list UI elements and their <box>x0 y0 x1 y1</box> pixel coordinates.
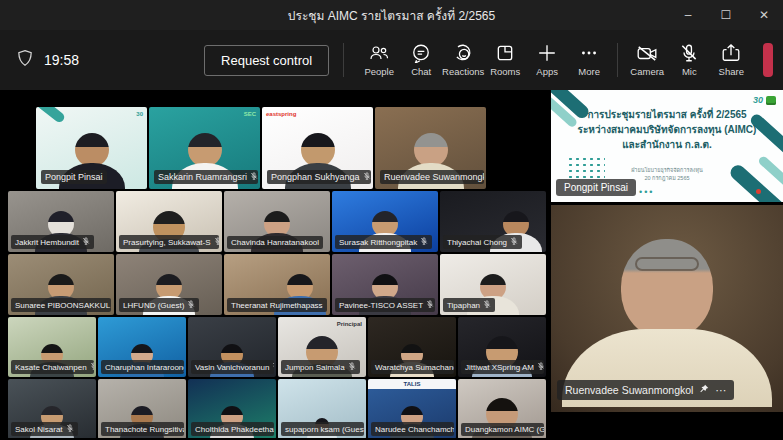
chat-button[interactable]: Chat <box>401 43 441 77</box>
participant-tile[interactable]: Duangkamon AIMC (Gue... <box>458 379 546 438</box>
participant-nameplate: Sakol Nisarat <box>11 422 78 436</box>
participant-nameplate: Theeranat Rujimethapass <box>227 298 327 312</box>
shared-screen-tile[interactable]: ••• 30 การประชุมรายไตรมาส ครั้งที่ 2/256… <box>551 90 783 202</box>
mic-muted-icon <box>420 237 428 247</box>
pinned-speaker-name: Ruenvadee Suwanmongkol <box>565 384 693 396</box>
teams-meeting-window: ประชุม AIMC รายไตรมาส ครั้งที่ 2/2565 – … <box>0 0 783 440</box>
right-panel: ••• 30 การประชุมรายไตรมาส ครั้งที่ 2/256… <box>551 90 783 440</box>
leave-button[interactable]: Leave <box>763 43 773 77</box>
participant-nameplate: Waratchya Sumachand <box>371 360 454 374</box>
rooms-button[interactable]: Rooms <box>485 43 525 77</box>
window-title: ประชุม AIMC รายไตรมาส ครั้งที่ 2/2565 <box>288 6 495 25</box>
participant-name: Sakkarin Ruamrangsri <box>158 172 247 182</box>
participant-name: Tipaphan <box>447 301 480 310</box>
participant-name: LHFUND (Guest) <box>123 301 184 310</box>
maximize-button[interactable]: ☐ <box>707 0 745 30</box>
participant-tile[interactable]: supaporn ksam (Guest) <box>278 379 366 438</box>
participant-tile[interactable]: Jittiwat XSpring AM <box>458 317 546 377</box>
participant-more-icon[interactable]: ⋯ <box>715 384 726 396</box>
participant-nameplate: Vasin Vanichvoranun <box>191 360 274 374</box>
participant-nameplate: Surasak Ritthongpitak <box>335 235 432 249</box>
share-button[interactable]: Share <box>711 43 751 77</box>
participant-tile[interactable]: Chavinda Hanratanakool <box>224 191 330 252</box>
participant-tile[interactable]: Ruenvadee Suwanmongkol <box>375 107 486 189</box>
participant-name: Chavinda Hanratanakool <box>231 238 319 247</box>
participant-tile[interactable]: Surasak Ritthongpitak <box>332 191 438 252</box>
rooms-icon <box>495 43 515 63</box>
pinned-video-tile[interactable]: Ruenvadee Suwanmongkol ⋯ <box>551 205 783 412</box>
more-button[interactable]: More <box>569 43 609 77</box>
participant-nameplate: Charuphan Intararoong <box>101 360 184 374</box>
apps-button[interactable]: Apps <box>527 43 567 77</box>
participant-tile[interactable]: 30Pongpit Pinsai <box>36 107 147 189</box>
participant-name: Pongphan Sukhyanga <box>271 172 360 182</box>
participant-nameplate: Chavinda Hanratanakool <box>227 236 323 249</box>
mic-muted-icon <box>510 237 518 247</box>
participant-tile[interactable]: Thanachote Rungsitivat <box>98 379 186 438</box>
reactions-button[interactable]: Reactions <box>443 43 483 77</box>
participant-tile[interactable]: LHFUND (Guest) <box>116 254 222 315</box>
participant-tile[interactable]: Thiyachai Chong <box>440 191 546 252</box>
participant-nameplate: supaporn ksam (Guest) <box>281 422 364 436</box>
close-button[interactable]: ✕ <box>745 0 783 30</box>
mic-button[interactable]: Mic <box>669 43 709 77</box>
camera-off-icon <box>636 43 658 63</box>
participant-name: Thiyachai Chong <box>447 238 507 247</box>
people-button[interactable]: People <box>359 43 399 77</box>
shield-icon <box>16 49 34 71</box>
participant-tile[interactable]: Jakkrit Hembundit <box>8 191 114 252</box>
participant-tile[interactable]: Cholthida Phakdeethai <box>188 379 276 438</box>
mic-muted-icon <box>272 362 273 372</box>
meeting-timer: 19:58 <box>44 52 79 68</box>
minimize-button[interactable]: – <box>669 0 707 30</box>
participant-tile[interactable]: Pavinee-TISCO ASSET <box>332 254 438 315</box>
request-control-button[interactable]: Request control <box>204 45 329 76</box>
participant-tile[interactable]: Sakol Nisarat <box>8 379 96 438</box>
participant-nameplate: Pongphan Sukhyanga <box>267 170 371 184</box>
participant-name: Pongpit Pinsai <box>45 172 103 182</box>
mic-muted-icon <box>250 172 258 182</box>
mic-muted-icon <box>426 300 434 310</box>
participant-tile[interactable]: Prasurtying, Sukkawat-S <box>116 191 222 252</box>
participant-tile[interactable]: Tipaphan <box>440 254 546 315</box>
camera-button[interactable]: Camera <box>627 43 667 77</box>
participant-tile[interactable]: SECSakkarin Ruamrangsri <box>149 107 260 189</box>
talis-logo: TALIS <box>404 381 421 387</box>
participant-tile[interactable]: Waratchya Sumachand <box>368 317 456 377</box>
mic-muted-icon <box>483 300 491 310</box>
participant-tile[interactable]: Sunaree PIBOONSAKKUL <box>8 254 114 315</box>
principal-logo: Principal <box>337 321 362 327</box>
slide-dots: ••• <box>639 187 654 197</box>
grid-row: Kasate ChaiwanpenCharuphan IntararoongVa… <box>8 317 546 377</box>
participant-tile[interactable]: eastspringPongphan Sukhyanga <box>262 107 373 189</box>
participant-tile[interactable]: Vasin Vanichvoranun <box>188 317 276 377</box>
chat-icon <box>411 43 431 63</box>
participant-tile[interactable]: Charuphan Intararoong <box>98 317 186 377</box>
mic-muted-icon <box>537 362 544 372</box>
participant-tile[interactable]: PrincipalJumpon Saimala <box>278 317 366 377</box>
participant-tile[interactable]: TALISNarudee Chanchamch... <box>368 379 456 438</box>
glasses <box>635 257 699 271</box>
participant-tile[interactable]: Theeranat Rujimethapass <box>224 254 330 315</box>
mic-muted-icon <box>326 300 327 310</box>
participant-nameplate: Pongpit Pinsai <box>41 170 107 184</box>
participant-nameplate: LHFUND (Guest) <box>119 298 199 312</box>
participant-name: Surasak Ritthongpitak <box>339 238 417 247</box>
participant-nameplate: Thanachote Rungsitivat <box>101 422 184 436</box>
participant-name: Duangkamon AIMC (Gue... <box>465 425 544 434</box>
participant-name: Sakol Nisarat <box>15 425 63 434</box>
participant-tile[interactable]: Kasate Chaiwanpen <box>8 317 96 377</box>
sec-logo: SEC <box>244 111 256 117</box>
plus-icon <box>537 43 557 63</box>
participant-name: Vasin Vanichvoranun <box>195 363 269 372</box>
participant-name: Jakkrit Hembundit <box>15 238 79 247</box>
mic-muted-icon <box>214 237 219 247</box>
participant-name: Cholthida Phakdeethai <box>195 425 274 434</box>
participant-nameplate: Narudee Chanchamch... <box>371 422 454 436</box>
meeting-stage: 30Pongpit PinsaiSECSakkarin Ruamrangsrie… <box>0 90 783 440</box>
pin-icon[interactable] <box>699 384 709 396</box>
participant-nameplate: Jittiwat XSpring AM <box>461 360 544 374</box>
participant-name: Waratchya Sumachand <box>375 363 454 372</box>
participant-nameplate: Sakkarin Ruamrangsri <box>154 170 258 184</box>
participant-nameplate: Jumpon Saimala <box>281 360 360 374</box>
